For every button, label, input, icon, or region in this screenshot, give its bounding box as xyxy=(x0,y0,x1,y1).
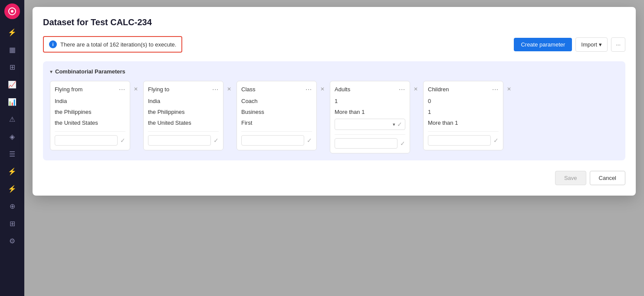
info-message-box: i There are a total of 162 iteration(s) … xyxy=(43,36,182,53)
flying-to-menu-icon[interactable]: ··· xyxy=(212,86,219,93)
list-item: India xyxy=(55,97,125,105)
class-confirm-icon[interactable]: ✓ xyxy=(307,137,312,144)
list-item: the Philippines xyxy=(55,108,125,116)
children-select[interactable] xyxy=(428,135,491,146)
class-add-row: ✓ xyxy=(241,131,312,146)
class-title: Class xyxy=(241,86,256,93)
children-card: Children ··· 0 1 More than 1 xyxy=(423,81,503,150)
flying-to-title: Flying to xyxy=(148,86,169,93)
sidebar-item-x3[interactable]: ⊕ xyxy=(4,198,20,214)
combo-section-title: Combinatorial Parameters xyxy=(55,68,125,75)
flying-to-select[interactable] xyxy=(148,135,211,146)
create-parameter-button[interactable]: Create parameter xyxy=(514,38,572,51)
modal-title: Dataset for Test CALC-234 xyxy=(43,17,625,27)
flying-from-card: Flying from ··· India the Philippines th… xyxy=(50,81,130,150)
sidebar-item-a2[interactable]: ⚙ xyxy=(4,233,20,249)
sidebar-item-b[interactable]: ▦ xyxy=(4,42,20,57)
adults-add-row: ✓ xyxy=(335,134,405,149)
adults-confirm-icon[interactable]: ✓ xyxy=(400,140,405,147)
children-wrapper: Children ··· 0 1 More than 1 xyxy=(423,81,513,150)
modal-footer: Save Cancel xyxy=(43,171,625,185)
list-item: India xyxy=(148,97,219,105)
list-item: Business xyxy=(241,108,312,116)
sidebar-item-x1[interactable]: ⚡ xyxy=(4,163,20,179)
cancel-button[interactable]: Cancel xyxy=(590,171,625,185)
flying-to-header: Flying to ··· xyxy=(148,86,219,93)
adults-card: Adults ··· 1 More than 1 ▾ ✓ xyxy=(330,81,410,153)
import-chevron-icon: ▾ xyxy=(599,41,602,48)
save-button[interactable]: Save xyxy=(555,171,586,185)
sidebar-item-c2[interactable]: ◈ xyxy=(4,129,20,144)
children-confirm-icon[interactable]: ✓ xyxy=(493,137,499,144)
parameters-grid: Flying from ··· India the Philippines th… xyxy=(50,81,618,153)
class-wrapper: Class ··· Coach Business First xyxy=(237,81,326,150)
class-select[interactable] xyxy=(241,135,304,146)
class-close-icon[interactable]: ✕ xyxy=(319,85,326,93)
list-item: 1 xyxy=(428,108,499,116)
adults-dropdown-chevron-icon[interactable]: ▾ xyxy=(393,122,395,127)
class-card: Class ··· Coach Business First xyxy=(237,81,317,150)
flying-from-close-icon[interactable]: ✕ xyxy=(132,85,140,93)
sidebar-item-i[interactable]: ⚠ xyxy=(4,111,20,127)
flying-from-add-row: ✓ xyxy=(55,131,125,146)
children-values: 0 1 More than 1 xyxy=(428,97,499,127)
sidebar-item-x2[interactable]: ⚡ xyxy=(4,181,20,196)
adults-title: Adults xyxy=(335,86,350,93)
combo-chevron-icon: ▾ xyxy=(50,69,53,75)
toolbar-right: Create parameter Import ▾ ··· xyxy=(514,37,625,52)
flying-from-values: India the Philippines the United States xyxy=(55,97,125,127)
import-label: Import xyxy=(581,41,597,48)
class-values: Coach Business First xyxy=(241,97,312,127)
flying-to-card: Flying to ··· India the Philippines the … xyxy=(143,81,223,150)
list-item: 0 xyxy=(428,97,499,105)
combo-section-header: ▾ Combinatorial Parameters xyxy=(50,68,618,75)
adults-select[interactable] xyxy=(335,138,398,149)
list-item: First xyxy=(241,119,312,127)
flying-from-menu-icon[interactable]: ··· xyxy=(119,86,125,93)
sidebar-item-x4[interactable]: ⊞ xyxy=(4,216,20,231)
list-item: 1 xyxy=(335,97,405,105)
flying-to-confirm-icon[interactable]: ✓ xyxy=(214,137,219,144)
class-menu-icon[interactable]: ··· xyxy=(306,86,312,93)
dataset-modal: Dataset for Test CALC-234 i There are a … xyxy=(33,7,636,196)
list-item: the United States xyxy=(148,119,219,127)
adults-close-icon[interactable]: ✕ xyxy=(412,85,420,93)
adults-values: 1 More than 1 ▾ ✓ xyxy=(335,97,405,130)
list-item: the Philippines xyxy=(148,108,219,116)
sidebar-item-c[interactable]: ⚡ xyxy=(4,24,20,40)
adults-dropdown-confirm-icon[interactable]: ✓ xyxy=(397,121,402,128)
list-item: the United States xyxy=(55,119,125,127)
flying-to-values: India the Philippines the United States xyxy=(148,97,219,127)
list-item: Coach xyxy=(241,97,312,105)
svg-point-1 xyxy=(11,10,13,13)
list-item: More than 1 xyxy=(428,119,499,127)
flying-from-wrapper: Flying from ··· India the Philippines th… xyxy=(50,81,140,150)
sidebar-item-a[interactable]: ⊞ xyxy=(4,59,20,75)
sidebar-item-r2[interactable]: 📊 xyxy=(4,94,20,110)
sidebar-item-s[interactable]: ☰ xyxy=(4,146,20,162)
modal-overlay: Dataset for Test CALC-234 i There are a … xyxy=(24,0,644,296)
list-item: More than 1 xyxy=(335,108,405,116)
children-menu-icon[interactable]: ··· xyxy=(492,86,499,93)
children-close-icon[interactable]: ✕ xyxy=(505,85,513,93)
children-title: Children xyxy=(428,86,449,93)
flying-from-select[interactable] xyxy=(55,135,118,146)
children-header: Children ··· xyxy=(428,86,499,93)
import-button[interactable]: Import ▾ xyxy=(575,37,608,52)
adults-header: Adults ··· xyxy=(335,86,405,93)
combinatorial-parameters-section: ▾ Combinatorial Parameters Flying from ·… xyxy=(43,61,625,160)
flying-from-confirm-icon[interactable]: ✓ xyxy=(120,137,125,144)
adults-dropdown-row: ▾ ✓ xyxy=(335,119,405,130)
flying-to-wrapper: Flying to ··· India the Philippines the … xyxy=(143,81,233,150)
flying-to-close-icon[interactable]: ✕ xyxy=(225,85,233,93)
sidebar-item-r1[interactable]: 📈 xyxy=(4,76,20,92)
adults-wrapper: Adults ··· 1 More than 1 ▾ ✓ xyxy=(330,81,420,153)
info-text: There are a total of 162 iteration(s) to… xyxy=(60,41,176,48)
sidebar: ⚡ ▦ ⊞ 📈 📊 ⚠ ◈ ☰ ⚡ ⚡ ⊕ ⊞ ⚙ xyxy=(0,0,24,296)
info-bar: i There are a total of 162 iteration(s) … xyxy=(43,36,625,53)
flying-to-add-row: ✓ xyxy=(148,131,219,146)
flying-from-header: Flying from ··· xyxy=(55,86,125,93)
more-options-button[interactable]: ··· xyxy=(611,37,625,52)
app-logo xyxy=(4,3,20,19)
adults-menu-icon[interactable]: ··· xyxy=(399,86,405,93)
